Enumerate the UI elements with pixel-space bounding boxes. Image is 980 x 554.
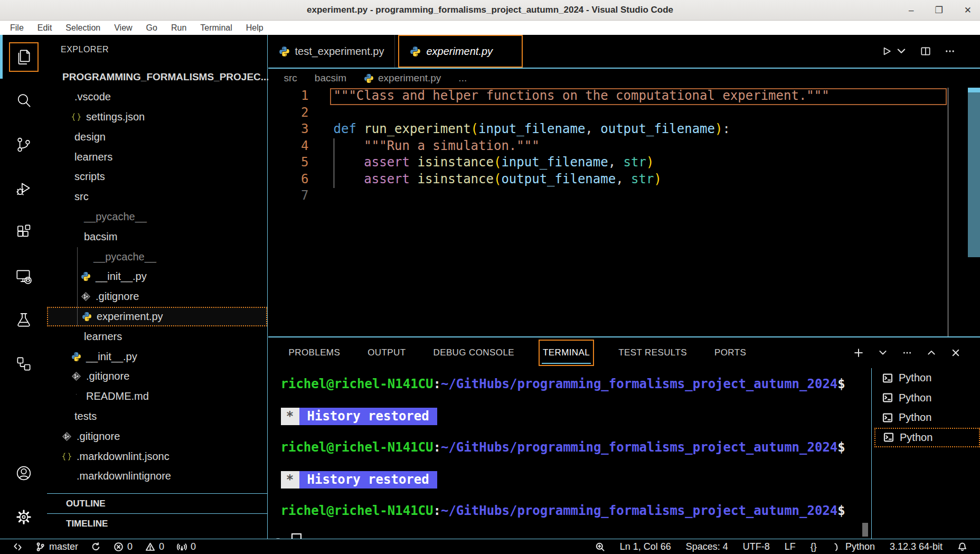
tree-item-settings-json[interactable]: settings.json: [47, 107, 267, 127]
menu-edit[interactable]: Edit: [31, 23, 59, 33]
line-number[interactable]: 2: [268, 105, 330, 121]
activitybar-item-explorer[interactable]: [0, 35, 47, 79]
activitybar-item-remote-explorer[interactable]: [0, 254, 47, 298]
activitybar-item-testing[interactable]: [0, 298, 47, 342]
code-editor[interactable]: 1"""Class and helper functions on the co…: [268, 88, 980, 336]
tab-close-icon[interactable]: [503, 45, 511, 58]
menu-selection[interactable]: Selection: [59, 23, 107, 33]
status-ports[interactable]: 0: [177, 541, 196, 552]
status-branch[interactable]: master: [35, 541, 78, 552]
menu-go[interactable]: Go: [139, 23, 164, 33]
breadcrumb-item--[interactable]: ...: [458, 72, 467, 84]
terminal-scrollbar[interactable]: [862, 523, 868, 537]
code-line-7[interactable]: 7: [268, 187, 980, 204]
panel-tab-test-results[interactable]: TEST RESULTS: [615, 340, 690, 366]
code-line-3[interactable]: 3def run_experiment(input_filename, outp…: [268, 121, 980, 138]
tree-item-learners[interactable]: learners: [47, 326, 267, 346]
breadcrumb-item-experiment-py[interactable]: experiment.py: [364, 72, 441, 84]
tree-item-tests[interactable]: tests: [47, 407, 267, 427]
section-outline[interactable]: OUTLINE: [47, 493, 267, 514]
panel-tab-debug-console[interactable]: DEBUG CONSOLE: [430, 340, 517, 366]
activitybar-item-run-and-debug[interactable]: [0, 166, 47, 210]
breadcrumb-item-bacsim[interactable]: bacsim: [315, 72, 346, 84]
activitybar-item-extensions[interactable]: [0, 210, 47, 254]
tree-item--init-py[interactable]: __init__.py: [47, 267, 267, 287]
tab-experiment-py[interactable]: experiment.py: [398, 35, 523, 68]
status-zoom[interactable]: [595, 542, 605, 552]
line-number[interactable]: 5: [268, 154, 330, 171]
menu-file[interactable]: File: [3, 23, 31, 33]
code-line-5[interactable]: 5 assert isinstance(input_filename, str): [268, 154, 980, 171]
tree-item-programming-formalisms-projec-[interactable]: PROGRAMMING_FORMALISMS_PROJEC...: [47, 67, 267, 87]
activitybar-item-settings[interactable]: [0, 495, 47, 539]
editor-scrollbar[interactable]: [968, 92, 980, 257]
tree-item--gitignore[interactable]: .gitignore: [47, 367, 267, 387]
status-cursor-position[interactable]: Ln 1, Col 66: [620, 541, 671, 552]
line-number[interactable]: 3: [268, 121, 330, 138]
tree-item-readme-md[interactable]: README.md: [47, 387, 267, 407]
tree-item--pycache-[interactable]: __pycache__: [47, 207, 267, 227]
close-button[interactable]: ✕: [964, 6, 972, 15]
status-notifications[interactable]: [957, 542, 967, 552]
panel-tab-terminal[interactable]: TERMINAL: [539, 340, 594, 366]
line-number[interactable]: 6: [268, 171, 330, 188]
tree-item--gitignore[interactable]: .gitignore: [47, 426, 267, 446]
tree-item--gitignore[interactable]: .gitignore: [47, 287, 267, 307]
status-sync[interactable]: [91, 542, 101, 552]
tree-item-design[interactable]: design: [47, 127, 267, 147]
tree-item--markdownlint-jsonc[interactable]: .markdownlint.jsonc: [47, 446, 267, 466]
minimize-button[interactable]: –: [909, 6, 913, 15]
panel-tab-ports[interactable]: PORTS: [711, 340, 749, 366]
tree-item--init-py[interactable]: __init__.py: [47, 346, 267, 367]
tree-item-scripts[interactable]: scripts: [47, 167, 267, 187]
code-line-2[interactable]: 2: [268, 105, 980, 121]
line-number[interactable]: 4: [268, 138, 330, 155]
status-errors[interactable]: 0: [114, 541, 133, 552]
restore-button[interactable]: ❐: [935, 6, 943, 15]
status-encoding[interactable]: UTF-8: [743, 541, 770, 552]
status-language[interactable]: Python: [832, 541, 875, 552]
split-editor-button[interactable]: [920, 45, 931, 57]
activitybar-item-source-control[interactable]: [0, 123, 47, 166]
editor-more-actions-button[interactable]: [944, 45, 956, 57]
menu-run[interactable]: Run: [164, 23, 193, 33]
line-number[interactable]: 1: [268, 88, 330, 105]
terminal-instance-2[interactable]: Python: [874, 388, 980, 408]
panel-tab-output[interactable]: OUTPUT: [364, 340, 409, 366]
menu-view[interactable]: View: [107, 23, 139, 33]
line-number[interactable]: 7: [268, 187, 330, 204]
run-button[interactable]: [881, 45, 907, 57]
activitybar-item-project-manager[interactable]: [0, 342, 47, 386]
terminal-instance-4[interactable]: Python: [874, 428, 980, 448]
tree-item-experiment-py[interactable]: experiment.py: [47, 307, 267, 327]
terminal-view[interactable]: richel@richel-N141CU:~/GitHubs/programmi…: [268, 368, 871, 539]
tree-item-bacsim[interactable]: bacsim: [47, 227, 267, 247]
code-line-6[interactable]: 6 assert isinstance(output_filename, str…: [268, 171, 980, 188]
panel-tab-problems[interactable]: PROBLEMS: [286, 340, 344, 366]
tab-test_experiment-py[interactable]: test_experiment.py: [268, 35, 395, 68]
section-timeline[interactable]: TIMELINE: [47, 513, 267, 534]
tree-item--markdownlintignore[interactable]: .markdownlintignore: [47, 466, 267, 486]
tree-item-src[interactable]: src: [47, 187, 267, 207]
status-remote[interactable]: [13, 542, 23, 552]
tree-item--vscode[interactable]: .vscode: [47, 87, 267, 107]
status-braces-mode[interactable]: {}: [811, 541, 817, 552]
tree-item-learners[interactable]: learners: [47, 147, 267, 167]
maximize-panel-button[interactable]: [926, 348, 937, 358]
new-terminal-button[interactable]: [853, 348, 864, 358]
tree-item--pycache-[interactable]: __pycache__: [47, 247, 267, 267]
status-interpreter[interactable]: 3.12.3 64-bit: [890, 541, 943, 552]
activitybar-item-search[interactable]: [0, 79, 47, 123]
close-panel-button[interactable]: [950, 348, 961, 358]
terminal-instance-3[interactable]: Python: [874, 408, 980, 428]
status-indentation[interactable]: Spaces: 4: [686, 541, 728, 552]
panel-more-actions-button[interactable]: [902, 348, 912, 358]
status-eol[interactable]: LF: [785, 541, 796, 552]
terminal-instance-1[interactable]: Python: [874, 368, 980, 388]
menu-help[interactable]: Help: [239, 23, 270, 33]
activitybar-item-account[interactable]: [0, 451, 47, 495]
breadcrumb-item-src[interactable]: src: [284, 72, 297, 84]
terminal-profile-dropdown[interactable]: [878, 348, 888, 358]
code-line-4[interactable]: 4 """Run a simulation.""": [268, 138, 980, 155]
menu-terminal[interactable]: Terminal: [193, 23, 239, 33]
